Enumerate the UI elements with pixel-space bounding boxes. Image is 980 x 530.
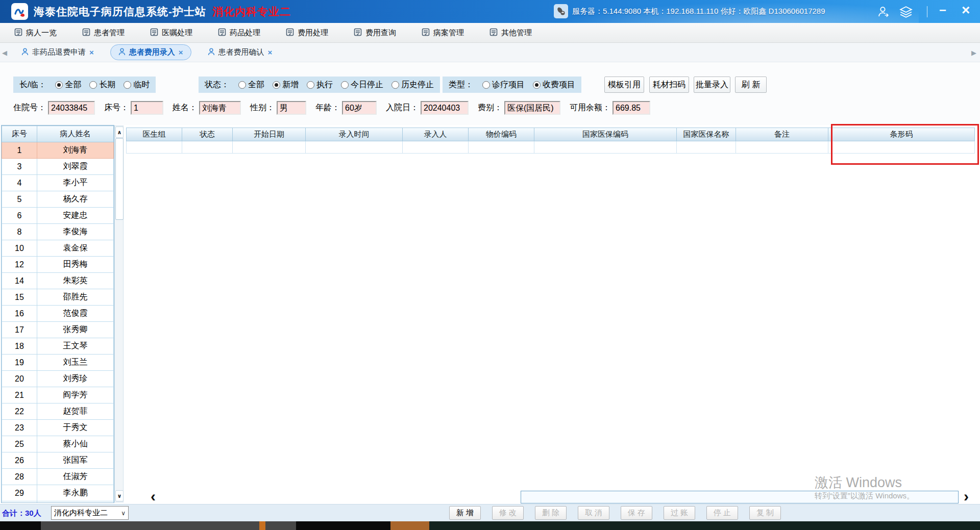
- menu-item-7[interactable]: 病案管理: [422, 28, 464, 38]
- patient-row[interactable]: 8李俊海: [2, 224, 114, 240]
- tab-scroll-right-icon[interactable]: ▶: [971, 49, 976, 57]
- patient-field-input[interactable]: 刘海青: [199, 101, 241, 115]
- radio-icon[interactable]: [273, 81, 280, 89]
- layers-icon[interactable]: [899, 5, 913, 18]
- column-header-6[interactable]: 物价编码: [468, 128, 534, 141]
- tab-3[interactable]: 患者费用确认×: [200, 44, 281, 60]
- column-header-4[interactable]: 录入时间: [305, 128, 403, 141]
- column-header-1[interactable]: 医生组: [126, 128, 182, 141]
- patient-row[interactable]: 23于秀文: [2, 420, 114, 436]
- toolbar-button-1[interactable]: 模板引用: [604, 77, 644, 93]
- filter-option[interactable]: 收费项目: [533, 80, 575, 90]
- patient-row[interactable]: 17张秀卿: [2, 322, 114, 338]
- radio-icon[interactable]: [55, 81, 63, 89]
- filter-option[interactable]: 长期: [89, 80, 115, 90]
- menu-item-8[interactable]: 其他管理: [489, 28, 532, 38]
- menu-item-5[interactable]: 费用处理: [286, 28, 328, 38]
- filter-option[interactable]: 临时: [124, 80, 150, 90]
- patient-field-input[interactable]: 60岁: [342, 101, 377, 115]
- filter-option[interactable]: 今日停止: [341, 80, 383, 90]
- footer-button-4: 取 消: [578, 506, 609, 520]
- footer-button-1[interactable]: 新 增: [449, 506, 481, 520]
- patient-row[interactable]: 21阎学芳: [2, 387, 114, 403]
- tab-close-icon[interactable]: ×: [268, 48, 273, 57]
- toolbar-button-4[interactable]: 刷 新: [735, 77, 767, 93]
- patient-row[interactable]: 26张国军: [2, 452, 114, 469]
- close-button[interactable]: ×: [962, 3, 970, 17]
- toolbar-button-3[interactable]: 批量录入: [694, 77, 730, 93]
- patient-field-input[interactable]: 医保(国居民): [504, 101, 560, 115]
- department-select[interactable]: 消化内科专业二 ∨: [51, 506, 129, 520]
- column-header-9[interactable]: 备注: [736, 128, 828, 141]
- tab-scroll-left-icon[interactable]: ◀: [2, 49, 7, 57]
- radio-icon[interactable]: [307, 81, 314, 89]
- patient-row[interactable]: 4李小平: [2, 175, 114, 191]
- taskbar[interactable]: [0, 521, 980, 530]
- scrollbar-thumb[interactable]: [115, 138, 124, 220]
- patient-name-cell: 李俊海: [37, 224, 114, 240]
- patient-field-input[interactable]: 669.85: [612, 101, 650, 115]
- patient-row[interactable]: 12田秀梅: [2, 257, 114, 273]
- tab-1[interactable]: 非药品退费申请×: [13, 44, 102, 60]
- user-icon[interactable]: [877, 5, 890, 18]
- minimize-button[interactable]: −: [939, 4, 946, 16]
- menu-item-3[interactable]: 医嘱处理: [150, 28, 192, 38]
- filter-option[interactable]: 执行: [307, 80, 333, 90]
- radio-icon[interactable]: [533, 81, 541, 89]
- patient-field-input[interactable]: 20240403: [421, 101, 469, 115]
- column-header-3[interactable]: 开始日期: [232, 128, 306, 141]
- patient-row[interactable]: 3刘翠霞: [2, 159, 114, 175]
- radio-icon[interactable]: [124, 81, 131, 89]
- patient-row[interactable]: 16范俊霞: [2, 306, 114, 322]
- radio-icon[interactable]: [238, 81, 246, 89]
- filter-option[interactable]: 新增: [273, 80, 299, 90]
- menu-item-1[interactable]: 病人一览: [14, 28, 57, 38]
- empty-cell: [676, 141, 736, 154]
- patient-row[interactable]: 14朱彩英: [2, 273, 114, 289]
- tab-2[interactable]: 患者费用录入×: [110, 44, 191, 60]
- patient-field-input[interactable]: 男: [277, 101, 306, 115]
- scroll-down-icon[interactable]: ∨: [115, 490, 124, 501]
- scroll-up-icon[interactable]: ∧: [115, 127, 124, 138]
- patient-field-input[interactable]: 1: [131, 101, 163, 115]
- filter-option[interactable]: 诊疗项目: [482, 80, 525, 90]
- filter-option[interactable]: 全部: [238, 80, 264, 90]
- column-header-5[interactable]: 录入人: [402, 128, 469, 141]
- tab-close-icon[interactable]: ×: [179, 48, 183, 57]
- patient-row[interactable]: 10袁金保: [2, 240, 114, 257]
- hscroll-right-icon[interactable]: ›: [964, 490, 969, 503]
- filter-option[interactable]: 历史停止: [391, 80, 434, 90]
- patient-list-scrollbar[interactable]: ∧ ∨: [114, 125, 124, 502]
- tab-close-icon[interactable]: ×: [89, 48, 94, 57]
- menu-item-4[interactable]: 药品处理: [218, 28, 260, 38]
- column-header-8[interactable]: 国家医保名称: [676, 128, 736, 141]
- hscroll-left-icon[interactable]: ‹: [151, 490, 156, 503]
- patient-row[interactable]: 30高立平: [2, 501, 114, 503]
- patient-row[interactable]: 18王文琴: [2, 338, 114, 355]
- bed-number-cell: 20: [2, 371, 37, 387]
- menu-item-2[interactable]: 患者管理: [82, 28, 125, 38]
- patient-row[interactable]: 5杨久存: [2, 191, 114, 208]
- column-header-2[interactable]: 状态: [182, 128, 233, 141]
- patient-row[interactable]: 19刘玉兰: [2, 355, 114, 371]
- toolbar-button-2[interactable]: 耗材扫码: [649, 77, 689, 93]
- filter-option[interactable]: 全部: [55, 80, 81, 90]
- radio-icon[interactable]: [341, 81, 349, 89]
- column-header-7[interactable]: 国家医保编码: [534, 128, 677, 141]
- patient-row[interactable]: 15邵胜先: [2, 289, 114, 306]
- patient-row[interactable]: 25蔡小仙: [2, 436, 114, 452]
- radio-icon[interactable]: [89, 81, 97, 89]
- patient-row[interactable]: 6安建忠: [2, 208, 114, 224]
- patient-list-column-header[interactable]: 病人姓名: [37, 126, 114, 142]
- menu-item-6[interactable]: 费用查询: [354, 28, 396, 38]
- radio-icon[interactable]: [391, 81, 399, 89]
- patient-row[interactable]: 29李永鹏: [2, 485, 114, 501]
- patient-row[interactable]: 22赵贺菲: [2, 403, 114, 420]
- patient-row[interactable]: 28任淑芳: [2, 469, 114, 485]
- radio-icon[interactable]: [482, 81, 490, 89]
- patient-field-input[interactable]: 24033845: [48, 101, 95, 115]
- patient-row[interactable]: 20刘秀珍: [2, 371, 114, 387]
- patient-row[interactable]: 1刘海青: [2, 142, 114, 159]
- footer-button-2: 修 改: [492, 506, 524, 520]
- patient-list-column-header[interactable]: 床号: [2, 126, 37, 142]
